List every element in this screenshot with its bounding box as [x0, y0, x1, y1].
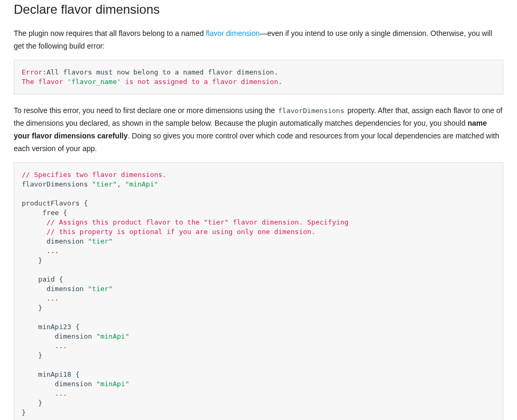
code-string: "tier": [92, 180, 117, 188]
error-line2-end: .: [278, 78, 282, 86]
section-heading: Declare flavor dimensions: [14, 0, 503, 17]
code-brace: }: [22, 399, 42, 407]
code-brace: {: [84, 199, 88, 207]
code-text: dimension: [22, 237, 88, 245]
error-line2-post: is not assigned to a flavor dimension: [121, 78, 278, 86]
code-punct: ,: [117, 180, 121, 188]
code-string: "tier": [88, 237, 113, 245]
code-brace: }: [22, 408, 26, 416]
code-string: "minApi": [96, 380, 130, 388]
code-string: "minApi": [96, 332, 130, 340]
error-line2-pre: The flavor: [22, 78, 67, 86]
error-flavorname-string: 'flavor_name': [67, 78, 121, 86]
code-text: minApi23: [22, 323, 76, 331]
flavor-dimension-link[interactable]: flavor dimension: [206, 29, 260, 38]
code-string: "tier": [88, 285, 113, 293]
code-ellipsis: ...: [22, 342, 67, 350]
code-text: productFlavors: [22, 199, 84, 207]
resolution-paragraph: To resolve this error, you need to first…: [14, 104, 503, 155]
code-comment: // this property is optional if you are …: [22, 228, 316, 236]
code-brace: {: [76, 323, 80, 331]
intro-text-pre: The plugin now requires that all flavors…: [14, 29, 206, 38]
code-text: flavorDimensions: [22, 180, 92, 188]
code-comment: // Assigns this product flavor to the "t…: [22, 218, 348, 226]
error-code-block: Error:All flavors must now belong to a n…: [14, 60, 503, 95]
code-string: "minApi": [121, 180, 158, 188]
code-text: dimension: [22, 380, 96, 388]
code-brace: {: [59, 275, 63, 283]
code-brace: }: [22, 304, 42, 312]
resolution-text-1: To resolve this error, you need to first…: [14, 106, 277, 115]
code-text: paid: [22, 275, 59, 283]
code-text: minApi18: [22, 370, 76, 378]
code-brace: }: [22, 351, 42, 359]
code-ellipsis: ...: [22, 294, 59, 302]
error-keyword: Error: [22, 68, 42, 76]
error-line1-text: :All flavors must now belong to a named …: [42, 68, 278, 76]
intro-paragraph: The plugin now requires that all flavors…: [14, 27, 503, 52]
code-text: dimension: [22, 332, 96, 340]
code-text: dimension: [22, 285, 88, 293]
code-brace: }: [22, 256, 42, 264]
code-comment: // Specifies two flavor dimensions.: [22, 171, 167, 179]
sample-code-block: // Specifies two flavor dimensions. flav…: [14, 162, 503, 420]
code-ellipsis: ...: [22, 389, 67, 397]
code-text: free: [22, 209, 63, 217]
code-brace: {: [76, 370, 80, 378]
flavordimensions-code: flavorDimensions: [277, 107, 345, 115]
code-brace: {: [63, 209, 67, 217]
code-ellipsis: ...: [22, 247, 59, 255]
